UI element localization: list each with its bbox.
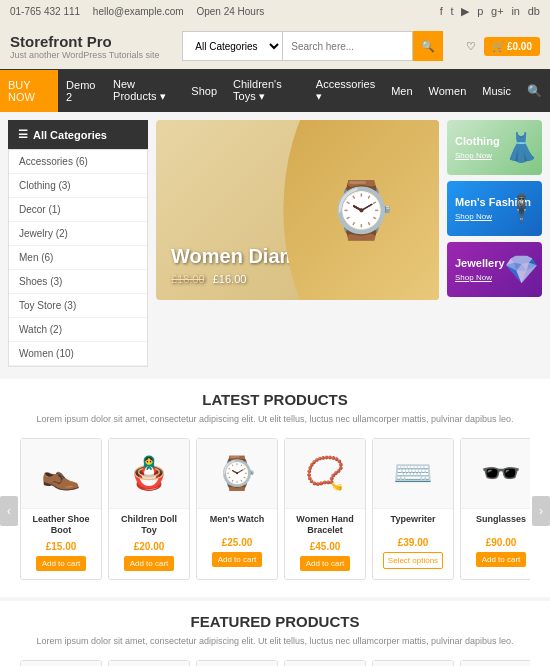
product-price-typewriter: £39.00	[373, 537, 453, 548]
clothing-label: Clothing	[455, 135, 500, 147]
mens-shop-now[interactable]: Shop Now	[455, 212, 492, 221]
product-name-typewriter: Typewriter	[373, 509, 453, 535]
sidebar-item-decor[interactable]: Decor (1)	[9, 198, 147, 222]
product-price-doll: £20.00	[109, 541, 189, 552]
sidebar-item-jewelry[interactable]: Jewelry (2)	[9, 222, 147, 246]
product-img-typewriter: ⌨️	[373, 439, 453, 509]
hero-new-price: £16.00	[213, 273, 247, 285]
product-price-bracelet: £45.00	[285, 541, 365, 552]
product-fashion-dress: 👗 Women Fashion Dress £45.00 Add to cart	[284, 660, 366, 666]
content-area: ⌚ Women Diamond Watch £18.00 £16.00	[156, 120, 542, 367]
featured-products-title: FEATURED PRODUCTS	[8, 613, 542, 630]
header-icons: ♡ 🛒 £0.00	[466, 37, 540, 56]
google-icon[interactable]: g+	[491, 5, 504, 17]
featured-products-grid: 🧥 SALE Winter Hoodie £3.00 £2.00 Add to …	[20, 660, 530, 666]
jewellery-shop-now[interactable]: Shop Now	[455, 273, 492, 282]
sidebar-item-shoes[interactable]: Shoes (3)	[9, 270, 147, 294]
add-to-cart-shoe[interactable]: Add to cart	[36, 556, 87, 571]
twitter-icon[interactable]: t	[451, 5, 454, 17]
cart-button[interactable]: 🛒 £0.00	[484, 37, 540, 56]
sidebar-item-clothing[interactable]: Clothing (3)	[9, 174, 147, 198]
product-price-shoe: £15.00	[21, 541, 101, 552]
search-button[interactable]: 🔍	[413, 31, 443, 61]
add-to-cart-sunglasses[interactable]: Add to cart	[476, 552, 527, 567]
sidebar-item-men[interactable]: Men (6)	[9, 246, 147, 270]
product-img-sports-shoe: 👟	[373, 661, 453, 666]
add-to-cart-bracelet[interactable]: Add to cart	[300, 556, 351, 571]
logo-subtitle: Just another WordPress Tutorials site	[10, 50, 159, 60]
contact-info: 01-765 432 111 hello@example.com Open 24…	[10, 6, 274, 17]
site-header: Storefront Pro Just another WordPress Tu…	[0, 23, 550, 69]
latest-prev-arrow[interactable]: ‹	[0, 496, 18, 526]
product-name-doll: Children Doll Toy	[109, 509, 189, 539]
product-bracelet: 📿 Women Hand Bracelet £45.00 Add to cart	[284, 438, 366, 580]
latest-next-arrow[interactable]: ›	[532, 496, 550, 526]
featured-products-subtitle: Lorem ipsum dolor sit amet, consectetur …	[8, 635, 542, 648]
search-input[interactable]	[283, 31, 413, 61]
wishlist-icon[interactable]: ♡	[466, 40, 476, 53]
jewellery-label: Jewellery	[455, 257, 505, 269]
product-name-shoe: Leather Shoe Boot	[21, 509, 101, 539]
add-to-cart-watch[interactable]: Add to cart	[212, 552, 263, 567]
nav-men[interactable]: Men	[383, 76, 420, 106]
product-name-watch: Men's Watch	[197, 509, 277, 535]
dribbble-icon[interactable]: db	[528, 5, 540, 17]
banner-clothing[interactable]: Clothing Shop Now 👗	[447, 120, 542, 175]
product-name-bracelet: Women Hand Bracelet	[285, 509, 365, 539]
pinterest-icon[interactable]: p	[477, 5, 483, 17]
nav-childrens-toys[interactable]: Children's Toys ▾	[225, 69, 308, 112]
hero-banners: ⌚ Women Diamond Watch £18.00 £16.00	[156, 120, 542, 300]
sidebar-title: All Categories	[33, 129, 107, 141]
nav-women[interactable]: Women	[421, 76, 475, 106]
product-img-fashion-dress: 👗	[285, 661, 365, 666]
sidebar-item-toy-store[interactable]: Toy Store (3)	[9, 294, 147, 318]
sidebar-item-accessories[interactable]: Accessories (6)	[9, 150, 147, 174]
product-mens-watch: ⌚ Men's Watch £25.00 Add to cart	[196, 438, 278, 580]
featured-products-section: FEATURED PRODUCTS Lorem ipsum dolor sit …	[0, 601, 550, 666]
product-img-puffy-toy: 🦄	[461, 661, 530, 666]
sidebar-item-watch[interactable]: Watch (2)	[9, 318, 147, 342]
phone: 01-765 432 111	[10, 6, 80, 17]
clothing-shop-now[interactable]: Shop Now	[455, 151, 492, 160]
diamond-watch-img-wrap: ⌚ SALE	[197, 661, 277, 666]
facebook-icon[interactable]: f	[440, 5, 443, 17]
nav-demo2[interactable]: Demo 2	[58, 70, 105, 112]
product-sofa-set: 🛋️ SALE Sofa Set £65.00 £55.00 Add to ca…	[108, 660, 190, 666]
product-puffy-toy: 🦄 Puffy Soft Toy £12.00 Add to cart	[460, 660, 530, 666]
main-container: ☰ All Categories Accessories (6) Clothin…	[0, 112, 550, 375]
featured-products-wrapper: ‹ 🧥 SALE Winter Hoodie £3.00 £2.00 Add t…	[8, 660, 542, 666]
clothing-figure: 👗	[504, 120, 539, 175]
youtube-icon[interactable]: ▶	[461, 5, 469, 17]
nav-shop[interactable]: Shop	[183, 76, 225, 106]
product-sunglasses: 🕶️ Sunglasses £90.00 Add to cart	[460, 438, 530, 580]
sidebar-header: ☰ All Categories	[8, 120, 148, 149]
sidebar-item-women[interactable]: Women (10)	[9, 342, 147, 366]
product-img-bracelet: 📿	[285, 439, 365, 509]
product-diamond-watch: ⌚ SALE Women Diamond Watch £18.00 £16.00…	[196, 660, 278, 666]
nav-new-products[interactable]: New Products ▾	[105, 69, 183, 112]
product-img-shoe: 👞	[21, 439, 101, 509]
product-sports-shoe: 👟 Sports Souse £16.00 Add to cart	[372, 660, 454, 666]
logo-title[interactable]: Storefront Pro	[10, 33, 159, 50]
nav-buy-now[interactable]: BUY NOW	[0, 70, 58, 112]
product-winter-hoodie: 🧥 SALE Winter Hoodie £3.00 £2.00 Add to …	[20, 660, 102, 666]
product-leather-shoe: 👞 Leather Shoe Boot £15.00 Add to cart	[20, 438, 102, 580]
sidebar-menu: Accessories (6) Clothing (3) Decor (1) J…	[8, 149, 148, 367]
main-nav: BUY NOW Demo 2 New Products ▾ Shop Child…	[0, 69, 550, 112]
nav-music[interactable]: Music	[474, 76, 519, 106]
latest-products-grid: 👞 Leather Shoe Boot £15.00 Add to cart 🪆…	[20, 438, 530, 585]
linkedin-icon[interactable]: in	[511, 5, 520, 17]
banner-jewellery[interactable]: Jewellery Shop Now 💎	[447, 242, 542, 297]
category-select[interactable]: All Categories	[182, 31, 283, 61]
nav-search-icon[interactable]: 🔍	[519, 75, 550, 107]
product-typewriter: ⌨️ Typewriter £39.00 Select options	[372, 438, 454, 580]
latest-products-title: LATEST PRODUCTS	[8, 391, 542, 408]
add-to-cart-doll[interactable]: Add to cart	[124, 556, 175, 571]
list-icon: ☰	[18, 128, 28, 141]
select-options-typewriter[interactable]: Select options	[383, 552, 443, 569]
product-img-doll: 🪆	[109, 439, 189, 509]
banner-mens-fashion[interactable]: Men's Fashion Shop Now 🕴	[447, 181, 542, 236]
product-price-watch: £25.00	[197, 537, 277, 548]
nav-accessories[interactable]: Accessories ▾	[308, 69, 383, 112]
banner-clothing-label: Clothing Shop Now	[455, 135, 500, 161]
